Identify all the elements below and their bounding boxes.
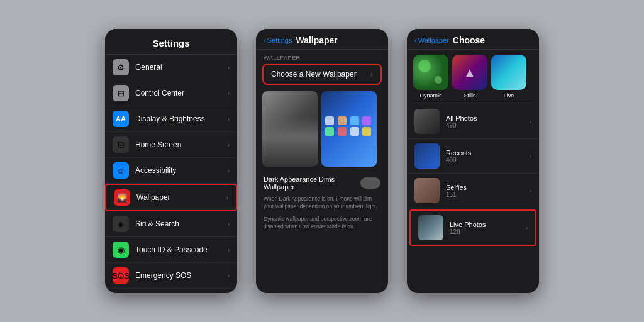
settings-label-emergency-sos: Emergency SOS — [135, 271, 228, 280]
settings-icon-touch-id: ◉ — [113, 242, 129, 258]
wallpaper-categories: Dynamic Stills Live — [407, 50, 539, 104]
album-count-live-photos: 128 — [450, 228, 526, 235]
mini-icon — [338, 116, 347, 125]
settings-label-home-screen: Home Screen — [135, 140, 228, 149]
albums-list: All Photos 490 › Recents 490 › Selfies 1… — [407, 104, 539, 247]
album-item-live-photos[interactable]: Live Photos 128 › — [409, 209, 536, 246]
album-info-all-photos: All Photos 490 — [446, 114, 530, 129]
category-label-dynamic: Dynamic — [419, 92, 441, 99]
category-thumb-live — [491, 55, 526, 90]
back-label: Settings — [267, 36, 292, 44]
chevron-icon: › — [228, 142, 230, 148]
category-label-stills: Stills — [464, 92, 475, 99]
chevron-icon: › — [228, 64, 230, 71]
settings-list: ⚙ General › ⊞ Control Center › AA Displa… — [105, 55, 237, 293]
settings-icon-control-center: ⊞ — [113, 85, 129, 101]
settings-icon-general: ⚙ — [113, 59, 129, 75]
album-thumb-live-photos — [418, 215, 443, 240]
album-info-selfies: Selfies 151 — [446, 184, 530, 198]
settings-icon-emergency-sos: SOS — [113, 267, 129, 284]
settings-item-accessibility[interactable]: ☺ Accessibility › — [105, 158, 237, 184]
album-item-selfies[interactable]: Selfies 151 › — [407, 174, 539, 208]
chevron-icon: › — [228, 167, 230, 174]
mini-icon — [362, 116, 371, 125]
chevron-icon: › — [228, 247, 230, 253]
choose-header: ‹ Wallpaper Choose — [407, 29, 539, 50]
phone-wallpaper: ‹ Settings Wallpaper WALLPAPER Choose a … — [256, 29, 388, 293]
settings-label-control-center: Control Center — [135, 89, 228, 97]
mini-icon — [325, 116, 334, 125]
category-live[interactable]: Live — [491, 55, 526, 99]
wallpaper-header: ‹ Settings Wallpaper — [256, 29, 388, 50]
album-arrow-all-photos: › — [530, 118, 531, 125]
album-info-live-photos: Live Photos 128 — [450, 221, 526, 235]
settings-item-home-screen[interactable]: ⊞ Home Screen › — [105, 132, 237, 158]
settings-icon-wallpaper: 🌄 — [114, 189, 130, 206]
album-arrow-recents: › — [530, 153, 531, 160]
settings-icon-accessibility: ☺ — [113, 162, 129, 179]
category-label-live: Live — [504, 92, 514, 99]
settings-item-exposure[interactable]: ◉ Exposure Notifications › — [105, 289, 237, 293]
choose-wallpaper-label: Choose a New Wallpaper — [271, 70, 357, 79]
category-thumb-dynamic — [413, 55, 448, 90]
settings-label-accessibility: Accessibility — [135, 166, 228, 175]
album-name-all-photos: All Photos — [446, 114, 530, 122]
settings-item-general[interactable]: ⚙ General › — [105, 55, 237, 80]
settings-item-control-center[interactable]: ⊞ Control Center › — [105, 80, 237, 106]
category-thumb-stills — [452, 55, 487, 90]
choose-wallpaper-arrow: › — [370, 70, 373, 78]
album-arrow-live-photos: › — [526, 225, 528, 231]
wallpaper-desc2: Dynamic wallpaper and perspective zoom a… — [256, 213, 388, 233]
settings-item-display[interactable]: AA Display & Brightness › — [105, 106, 237, 132]
category-dynamic[interactable]: Dynamic — [413, 55, 448, 99]
mini-icon — [350, 127, 359, 136]
home-screen-icons — [321, 91, 377, 140]
settings-icon-home-screen: ⊞ — [113, 136, 129, 153]
settings-label-general: General — [135, 63, 228, 72]
category-stills[interactable]: Stills — [452, 55, 487, 99]
lock-screen-preview — [262, 91, 318, 167]
album-count-recents: 490 — [446, 157, 530, 164]
settings-label-siri: Siri & Search — [135, 219, 228, 228]
settings-item-touch-id[interactable]: ◉ Touch ID & Passcode › — [105, 237, 237, 263]
choose-back[interactable]: ‹ Wallpaper — [414, 36, 449, 44]
chevron-icon: › — [228, 272, 230, 279]
settings-item-wallpaper[interactable]: 🌄 Wallpaper › — [105, 184, 237, 211]
settings-label-wallpaper: Wallpaper — [136, 193, 226, 202]
settings-icon-display: AA — [113, 111, 129, 127]
album-count-all-photos: 490 — [446, 122, 530, 129]
wallpaper-back[interactable]: ‹ Settings — [264, 36, 292, 44]
dark-dims-label: Dark Appearance Dims Wallpaper — [264, 175, 360, 191]
settings-item-siri[interactable]: ◈ Siri & Search › — [105, 211, 237, 237]
chevron-left-icon: ‹ — [264, 36, 266, 44]
mini-icon — [325, 127, 334, 136]
chevron-icon: › — [228, 221, 230, 228]
album-name-live-photos: Live Photos — [450, 221, 526, 228]
dark-dims-toggle[interactable] — [360, 177, 380, 189]
choose-screen-title: Choose — [453, 35, 485, 45]
chevron-left-icon: ‹ — [414, 36, 417, 44]
album-name-recents: Recents — [446, 149, 530, 157]
album-thumb-selfies — [414, 178, 440, 203]
album-name-selfies: Selfies — [446, 184, 530, 191]
album-info-recents: Recents 490 — [446, 149, 530, 164]
chevron-icon: › — [228, 116, 230, 123]
phone-settings: Settings ⚙ General › ⊞ Control Center › … — [105, 29, 237, 293]
album-thumb-all-photos — [414, 109, 440, 134]
wallpaper-previews — [256, 91, 388, 173]
phone-choose: ‹ Wallpaper Choose Dynamic Stills Live A… — [407, 29, 539, 293]
choose-new-wallpaper-button[interactable]: Choose a New Wallpaper › — [262, 64, 382, 85]
album-count-selfies: 151 — [446, 191, 530, 198]
wallpaper-section-label: WALLPAPER — [256, 50, 388, 64]
album-thumb-recents — [414, 143, 440, 169]
album-item-all-photos[interactable]: All Photos 490 › — [407, 104, 539, 139]
album-item-recents[interactable]: Recents 490 › — [407, 139, 539, 174]
settings-label-touch-id: Touch ID & Passcode — [135, 245, 228, 254]
album-arrow-selfies: › — [530, 187, 531, 194]
chevron-icon: › — [226, 194, 228, 201]
mini-icon — [338, 127, 347, 136]
settings-item-emergency-sos[interactable]: SOS Emergency SOS › — [105, 263, 237, 289]
chevron-icon: › — [228, 90, 230, 97]
wallpaper-screen-title: Wallpaper — [296, 35, 337, 45]
mini-icon — [362, 127, 371, 136]
